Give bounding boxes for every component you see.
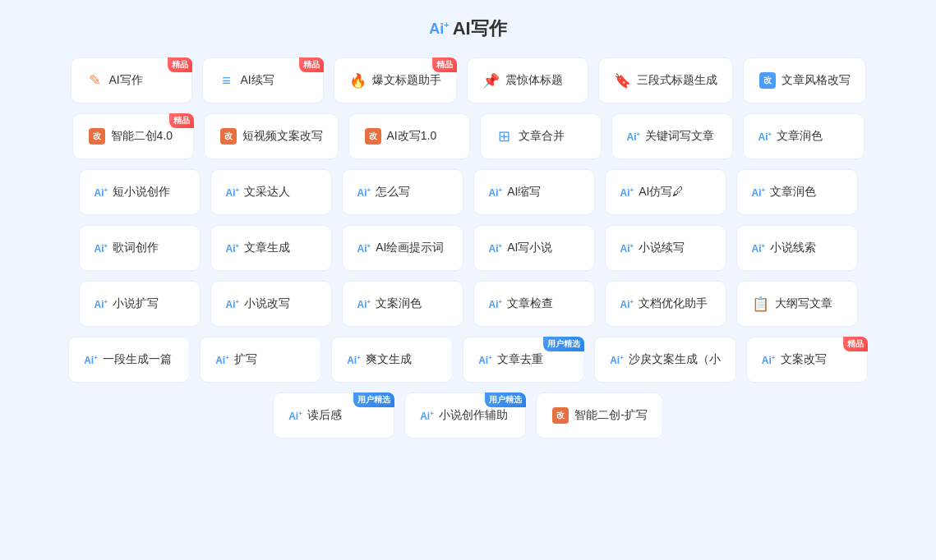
tool-card-novel-clue[interactable]: Ai+ 小说线索 bbox=[736, 225, 858, 271]
tool-name-ai-draw-prompt: AI绘画提示词 bbox=[376, 241, 444, 255]
tool-card-novel-expand[interactable]: Ai+ 小说扩写 bbox=[79, 281, 201, 327]
tool-card-short-novel[interactable]: Ai+ 短小说创作 bbox=[79, 169, 201, 215]
tool-name-ai-rewrite: AI改写1.0 bbox=[387, 129, 437, 144]
tool-card-ai-continue[interactable]: 精品 ≡ AI续写 bbox=[202, 57, 324, 103]
outline-icon: 📋 bbox=[752, 295, 770, 313]
tool-card-article-polish1[interactable]: Ai+ 文章润色 bbox=[743, 113, 865, 159]
ai-icon: Ai+ bbox=[489, 242, 503, 255]
tool-name-one-para: 一段生成一篇 bbox=[103, 352, 172, 367]
tool-card-three-title[interactable]: 🔖 三段式标题生成 bbox=[598, 57, 733, 103]
ai-icon: Ai+ bbox=[347, 354, 361, 366]
tool-name-smart-create: 智能二创4.0 bbox=[111, 129, 173, 144]
tool-name-article-polish1: 文章润色 bbox=[777, 129, 823, 144]
smart-icon: 改 bbox=[219, 127, 237, 145]
ai-icon: Ai+ bbox=[84, 354, 98, 366]
tool-name-boom-title: 爆文标题助手 bbox=[372, 73, 441, 88]
tool-card-copy-polish[interactable]: Ai+ 文案润色 bbox=[342, 281, 463, 327]
row-2: Ai+ 短小说创作 Ai+ 文采达人 Ai+ 怎么写 Ai+ AI缩写 Ai+ … bbox=[25, 169, 912, 215]
tool-name-copy-rewrite: 文案改写 bbox=[781, 352, 827, 367]
tool-card-article-polish2[interactable]: Ai+ 文章润色 bbox=[736, 169, 858, 215]
ai-icon: Ai+ bbox=[95, 242, 108, 255]
tool-card-smart-create[interactable]: 精品 改 智能二创4.0 bbox=[72, 113, 194, 159]
ai-icon: Ai+ bbox=[357, 186, 371, 199]
tool-card-sha-li-copy[interactable]: Ai+ 沙戾文案生成（小 bbox=[594, 337, 736, 383]
tool-card-copy-rewrite[interactable]: 精品 Ai+ 文案改写 bbox=[746, 337, 868, 383]
ai-icon: Ai+ bbox=[226, 186, 240, 199]
ai-icon: Ai+ bbox=[752, 242, 766, 255]
tool-name-video-rewrite: 短视频文案改写 bbox=[242, 129, 323, 144]
tool-name-ai-imitate: AI仿写🖊 bbox=[639, 185, 684, 200]
tool-card-how-write[interactable]: Ai+ 怎么写 bbox=[342, 169, 463, 215]
ai-icon: Ai+ bbox=[226, 298, 240, 310]
tool-name-article-merge: 文章合并 bbox=[519, 129, 565, 144]
tool-name-novel-rewrite: 小说改写 bbox=[244, 296, 290, 311]
tool-card-ai-rewrite[interactable]: 改 AI改写1.0 bbox=[348, 113, 470, 159]
row-3: Ai+ 歌词创作 Ai+ 文章生成 Ai+ AI绘画提示词 Ai+ AI写小说 … bbox=[25, 225, 912, 271]
ai-icon: Ai+ bbox=[762, 354, 776, 366]
smart-icon: 改 bbox=[364, 127, 382, 145]
tool-card-expand[interactable]: Ai+ 扩写 bbox=[200, 337, 321, 383]
tool-card-ai-imitate[interactable]: Ai+ AI仿写🖊 bbox=[605, 169, 726, 215]
tool-card-ai-shorten[interactable]: Ai+ AI缩写 bbox=[473, 169, 595, 215]
row-5: Ai+ 一段生成一篇 Ai+ 扩写 Ai+ 爽文生成 用户精选 Ai+ 文章去重… bbox=[25, 337, 912, 383]
tool-name-ai-continue: AI续写 bbox=[241, 73, 274, 88]
tool-card-ai-draw-prompt[interactable]: Ai+ AI绘画提示词 bbox=[342, 225, 463, 271]
tool-card-novel-continue[interactable]: Ai+ 小说续写 bbox=[605, 225, 726, 271]
tool-name-doc-optimize: 文档优化助手 bbox=[639, 296, 708, 311]
badge-boom-title: 精品 bbox=[432, 57, 457, 72]
shock-icon: 📌 bbox=[482, 71, 500, 90]
tool-card-article-check[interactable]: Ai+ 文章检查 bbox=[473, 281, 595, 327]
tool-name-short-novel: 短小说创作 bbox=[113, 185, 170, 200]
badge-read-feeling: 用户精选 bbox=[353, 392, 394, 407]
ai-icon: Ai+ bbox=[226, 242, 240, 255]
badge-ai-writing: 精品 bbox=[168, 57, 192, 72]
main-container: Ai+ AI写作 精品 ✎ AI写作 精品 ≡ AI续写 精品 🔥 爆文标题助手… bbox=[25, 16, 912, 448]
badge-copy-rewrite: 精品 bbox=[843, 337, 868, 351]
tool-card-cool-gen[interactable]: Ai+ 爽文生成 bbox=[331, 337, 453, 383]
tool-name-smart-expand: 智能二创-扩写 bbox=[574, 408, 648, 423]
tool-name-wen-cai: 文采达人 bbox=[244, 185, 290, 200]
row-4: Ai+ 小说扩写 Ai+ 小说改写 Ai+ 文案润色 Ai+ 文章检查 Ai+ … bbox=[25, 281, 912, 327]
tool-card-boom-title[interactable]: 精品 🔥 爆文标题助手 bbox=[334, 57, 457, 103]
tool-card-video-rewrite[interactable]: 改 短视频文案改写 bbox=[204, 113, 339, 159]
tool-card-lyric-create[interactable]: Ai+ 歌词创作 bbox=[79, 225, 201, 271]
tool-card-article-merge[interactable]: ⊞ 文章合并 bbox=[480, 113, 602, 159]
tool-name-ai-writing: AI写作 bbox=[109, 73, 143, 88]
badge-novel-assist: 用户精选 bbox=[485, 392, 526, 407]
ai-icon: Ai+ bbox=[288, 410, 302, 422]
three-icon: 🔖 bbox=[614, 71, 632, 90]
tool-name-lyric-create: 歌词创作 bbox=[113, 241, 159, 255]
ai-icon: Ai+ bbox=[215, 354, 229, 366]
tool-card-keyword-write[interactable]: Ai+ 关键词写文章 bbox=[611, 113, 733, 159]
tool-card-smart-expand[interactable]: 改 智能二创-扩写 bbox=[536, 392, 663, 438]
boom-icon: 🔥 bbox=[349, 71, 367, 90]
tool-card-outline-write[interactable]: 📋 大纲写文章 bbox=[736, 281, 858, 327]
tool-card-style-rewrite[interactable]: 改 文章风格改写 bbox=[743, 57, 866, 103]
tool-card-novel-rewrite[interactable]: Ai+ 小说改写 bbox=[210, 281, 332, 327]
ai-icon: Ai+ bbox=[610, 354, 624, 366]
ai-icon: Ai+ bbox=[95, 186, 108, 199]
tool-card-read-feeling[interactable]: 用户精选 Ai+ 读后感 bbox=[273, 392, 394, 438]
tool-card-wen-cai[interactable]: Ai+ 文采达人 bbox=[210, 169, 332, 215]
ai-icon: Ai+ bbox=[478, 354, 492, 366]
tool-card-article-dedup[interactable]: 用户精选 Ai+ 文章去重 bbox=[463, 337, 584, 383]
tool-card-novel-assist[interactable]: 用户精选 Ai+ 小说创作辅助 bbox=[404, 392, 526, 438]
tool-card-doc-optimize[interactable]: Ai+ 文档优化助手 bbox=[605, 281, 726, 327]
tool-name-article-dedup: 文章去重 bbox=[497, 352, 543, 367]
tool-card-shock-title[interactable]: 📌 震惊体标题 bbox=[467, 57, 588, 103]
writing-icon: ✎ bbox=[86, 71, 104, 90]
smart-icon: 改 bbox=[551, 406, 569, 425]
style-icon: 改 bbox=[758, 71, 777, 90]
tool-name-novel-continue: 小说续写 bbox=[639, 241, 685, 255]
tool-name-ai-novel-write: AI写小说 bbox=[507, 241, 552, 255]
tool-card-article-gen[interactable]: Ai+ 文章生成 bbox=[210, 225, 332, 271]
tool-card-ai-novel-write[interactable]: Ai+ AI写小说 bbox=[473, 225, 595, 271]
tool-card-ai-writing[interactable]: 精品 ✎ AI写作 bbox=[71, 57, 192, 103]
ai-icon: Ai+ bbox=[357, 242, 371, 255]
badge-article-dedup: 用户精选 bbox=[543, 337, 584, 351]
tool-card-one-para[interactable]: Ai+ 一段生成一篇 bbox=[68, 337, 190, 383]
continue-icon: ≡ bbox=[218, 71, 236, 90]
ai-icon: Ai+ bbox=[620, 298, 634, 310]
tool-name-outline-write: 大纲写文章 bbox=[775, 296, 832, 311]
badge-smart-create: 精品 bbox=[169, 113, 194, 128]
